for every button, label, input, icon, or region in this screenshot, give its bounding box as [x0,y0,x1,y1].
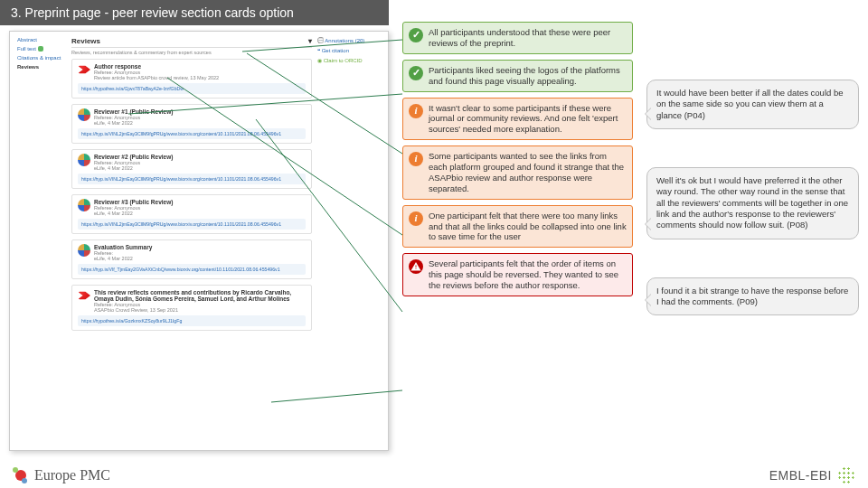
finding-text: One participant felt that there were too… [429,211,627,242]
elife-logo-icon [78,244,90,257]
participant-quote: I found it a bit strange to have the res… [646,277,859,316]
finding-warn: iSome participants wanted to see the lin… [402,145,633,200]
claim-orcid-link[interactable]: ◉ Claim to ORCID [317,57,381,63]
reviews-heading: Reviews ▾ [71,37,312,48]
slide-title: 3. Preprint page - peer review section c… [0,0,389,25]
finding-warn: iOne participant felt that there were to… [402,205,633,249]
card-link[interactable]: https://hypothes.is/a/Gjwx787aBayA2e-Izz… [78,83,306,94]
warning-icon [409,259,423,274]
screenshot-sidebar: Abstract Full text Citations & impact Re… [17,37,66,445]
finding-text: Several participants felt that the order… [429,258,618,290]
card-source: eLife, 4 Mar 2022 [94,211,306,216]
review-card[interactable]: Reviewer #2 (Public Review) Referee: Ano… [71,149,312,189]
nav-citations[interactable]: Citations & impact [17,55,66,61]
review-card[interactable]: Reviewer #3 (Public Review) Referee: Ano… [71,194,312,234]
screenshot-aside: 💬 Annotations (20) ❝ Get citation ◉ Clai… [317,37,381,445]
review-card[interactable]: Evaluation Summary Referee: eLife, 4 Mar… [71,239,312,279]
finding-good: ✓All participants understood that these … [402,22,633,54]
nav-fulltext[interactable]: Full text [17,46,66,52]
preprint-screenshot: Abstract Full text Citations & impact Re… [9,31,389,451]
card-title: This review reflects comments and contri… [94,289,306,302]
card-title: Reviewer #3 (Public Review) [94,199,306,205]
finding-text: It wasn't clear to some participants if … [429,103,618,135]
card-link[interactable]: https://hypothes.is/a/GozkmxKZSoy8ur9LJ1… [78,315,306,326]
chevron-down-icon[interactable]: ▾ [308,37,312,45]
finding-bad: Several participants felt that the order… [402,253,633,296]
finding-text: Some participants wanted to see the link… [429,151,624,193]
nav-reviews[interactable]: Reviews [17,64,66,70]
asap-logo-icon [78,289,90,302]
card-link[interactable]: https://hyp.is/VlNL2jmEay3CllM9fgPRUg/ww… [78,219,306,230]
info-icon: i [409,104,423,118]
card-link[interactable]: https://hyp.is/VlNL2jmEay3CllM9fgPRUg/ww… [78,174,306,184]
get-citation-link[interactable]: ❝ Get citation [317,47,381,53]
finding-text: Participants liked seeing the logos of t… [429,65,620,86]
card-title: Author response [94,63,306,70]
elife-logo-icon [78,154,90,166]
annotations-link[interactable]: 💬 Annotations (20) [317,37,381,43]
finding-warn: iIt wasn't clear to some participants if… [402,98,633,141]
finding-text: All participants understood that these w… [429,27,610,48]
asap-logo-icon [78,63,90,76]
check-icon: ✓ [409,28,423,42]
embl-ebi-icon [837,466,855,484]
participant-quote: Well it's ok but I would have preferred … [646,167,859,239]
elife-logo-icon [78,108,90,121]
card-title: Reviewer #1 (Public Review) [94,108,306,115]
fulltext-badge-icon [38,46,43,52]
elife-logo-icon [78,199,90,211]
card-source: eLife, 4 Mar 2022 [94,256,306,261]
embl-ebi-logo: EMBL-EBI [769,466,855,484]
card-source: eLife, 4 Mar 2022 [94,165,306,171]
review-card[interactable]: This review reflects comments and contri… [71,285,312,331]
card-source: Review article from ASAPbio crowd review… [94,75,306,80]
check-icon: ✓ [409,66,423,80]
card-link[interactable]: https://hyp.is/Vlf_TjmEay2GVaAXtCnbQ/www… [78,264,306,275]
card-source: ASAPbio Crowd Review, 13 Sep 2021 [94,307,306,313]
info-icon: i [409,211,423,226]
card-title: Reviewer #2 (Public Review) [94,154,306,160]
card-link[interactable]: https://hyp.is/VlNL2jmEay3CllM9fgPRUg/ww… [78,128,306,139]
screenshot-main: Reviews ▾ Reviews, recommendations & com… [71,37,312,445]
card-source: eLife, 4 Mar 2022 [94,120,306,126]
europe-pmc-icon [13,467,29,483]
card-title: Evaluation Summary [94,244,306,250]
finding-good: ✓Participants liked seeing the logos of … [402,60,633,92]
participant-quote: It would have been better if all the dat… [646,80,859,129]
slide-footer: Europe PMC EMBL-EBI [0,466,868,484]
reviews-subheading: Reviews, recommendations & commentary fr… [71,50,312,55]
quotes-column: It would have been better if all the dat… [646,80,859,315]
review-card[interactable]: Reviewer #1 (Public Review) Referee: Ano… [71,104,312,144]
review-card[interactable]: Author response Referee: Anonymous Revie… [71,59,312,99]
findings-column: ✓All participants understood that these … [402,22,633,296]
europe-pmc-logo: Europe PMC [13,467,110,483]
nav-abstract[interactable]: Abstract [17,37,66,42]
info-icon: i [409,152,423,166]
